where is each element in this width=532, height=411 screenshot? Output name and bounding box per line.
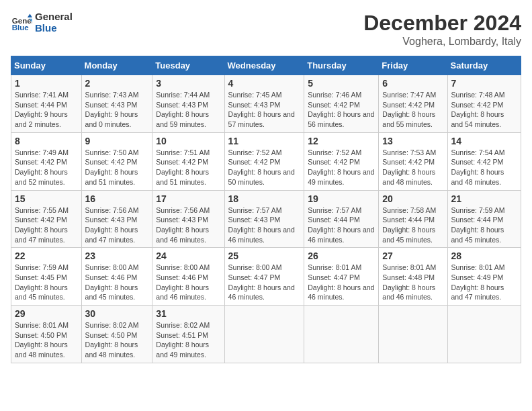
day-info: Sunrise: 7:58 AM Sunset: 4:44 PM Dayligh… xyxy=(382,205,443,245)
table-row xyxy=(379,306,447,363)
table-row: 31 Sunrise: 8:02 AM Sunset: 4:51 PM Dayl… xyxy=(152,306,224,363)
day-info: Sunrise: 8:00 AM Sunset: 4:46 PM Dayligh… xyxy=(85,263,149,302)
table-row: 10 Sunrise: 7:51 AM Sunset: 4:42 PM Dayl… xyxy=(152,132,224,190)
day-info: Sunrise: 7:57 AM Sunset: 4:43 PM Dayligh… xyxy=(228,205,301,245)
calendar-title: December 2024 xyxy=(363,11,521,36)
logo: General Blue General Blue xyxy=(11,11,73,34)
day-header-wednesday: Wednesday xyxy=(224,56,304,75)
calendar-week-row: 22 Sunrise: 7:59 AM Sunset: 4:45 PM Dayl… xyxy=(11,248,521,306)
table-row: 25 Sunrise: 8:00 AM Sunset: 4:47 PM Dayl… xyxy=(224,248,304,306)
day-number: 31 xyxy=(156,308,220,319)
day-number: 28 xyxy=(451,250,517,261)
day-number: 3 xyxy=(156,78,220,89)
day-info: Sunrise: 7:49 AM Sunset: 4:42 PM Dayligh… xyxy=(15,148,78,187)
table-row: 3 Sunrise: 7:44 AM Sunset: 4:43 PM Dayli… xyxy=(152,75,224,133)
day-number: 15 xyxy=(15,193,78,204)
day-number: 29 xyxy=(15,308,78,319)
day-info: Sunrise: 7:56 AM Sunset: 4:43 PM Dayligh… xyxy=(156,205,220,245)
day-number: 8 xyxy=(15,136,78,146)
day-number: 12 xyxy=(308,136,375,146)
day-info: Sunrise: 8:01 AM Sunset: 4:50 PM Dayligh… xyxy=(15,320,78,360)
calendar-week-row: 29 Sunrise: 8:01 AM Sunset: 4:50 PM Dayl… xyxy=(11,306,521,363)
day-info: Sunrise: 8:01 AM Sunset: 4:48 PM Dayligh… xyxy=(382,263,443,302)
calendar-table: SundayMondayTuesdayWednesdayThursdayFrid… xyxy=(11,56,521,363)
table-row: 22 Sunrise: 7:59 AM Sunset: 4:45 PM Dayl… xyxy=(11,248,82,306)
table-row xyxy=(447,306,521,363)
day-number: 9 xyxy=(85,136,149,146)
day-number: 24 xyxy=(156,250,220,261)
table-row: 12 Sunrise: 7:52 AM Sunset: 4:42 PM Dayl… xyxy=(304,132,379,190)
table-row: 21 Sunrise: 7:59 AM Sunset: 4:44 PM Dayl… xyxy=(447,190,521,248)
table-row xyxy=(304,306,379,363)
day-info: Sunrise: 7:47 AM Sunset: 4:42 PM Dayligh… xyxy=(382,90,443,130)
day-number: 4 xyxy=(228,78,301,89)
day-number: 23 xyxy=(85,250,149,261)
day-info: Sunrise: 7:53 AM Sunset: 4:42 PM Dayligh… xyxy=(382,148,443,187)
day-header-sunday: Sunday xyxy=(11,56,82,75)
day-info: Sunrise: 7:45 AM Sunset: 4:43 PM Dayligh… xyxy=(228,90,301,130)
logo-icon: General Blue xyxy=(11,11,32,33)
table-row: 24 Sunrise: 8:00 AM Sunset: 4:46 PM Dayl… xyxy=(152,248,224,306)
table-row: 5 Sunrise: 7:46 AM Sunset: 4:42 PM Dayli… xyxy=(304,75,379,133)
day-info: Sunrise: 8:00 AM Sunset: 4:47 PM Dayligh… xyxy=(228,263,301,302)
day-info: Sunrise: 7:50 AM Sunset: 4:42 PM Dayligh… xyxy=(85,148,149,187)
day-info: Sunrise: 7:44 AM Sunset: 4:43 PM Dayligh… xyxy=(156,90,220,130)
day-number: 1 xyxy=(15,78,78,89)
table-row: 6 Sunrise: 7:47 AM Sunset: 4:42 PM Dayli… xyxy=(379,75,447,133)
day-info: Sunrise: 7:43 AM Sunset: 4:43 PM Dayligh… xyxy=(85,90,149,130)
day-number: 2 xyxy=(85,78,149,89)
table-row: 15 Sunrise: 7:55 AM Sunset: 4:42 PM Dayl… xyxy=(11,190,82,248)
day-number: 16 xyxy=(85,193,149,204)
day-header-monday: Monday xyxy=(81,56,152,75)
logo-general: General xyxy=(35,11,73,22)
day-number: 21 xyxy=(451,193,517,204)
day-info: Sunrise: 8:01 AM Sunset: 4:47 PM Dayligh… xyxy=(308,263,375,302)
day-header-tuesday: Tuesday xyxy=(152,56,224,75)
table-row: 28 Sunrise: 8:01 AM Sunset: 4:49 PM Dayl… xyxy=(447,248,521,306)
day-header-friday: Friday xyxy=(379,56,447,75)
day-info: Sunrise: 7:46 AM Sunset: 4:42 PM Dayligh… xyxy=(308,90,375,130)
day-number: 6 xyxy=(382,78,443,89)
calendar-week-row: 1 Sunrise: 7:41 AM Sunset: 4:44 PM Dayli… xyxy=(11,75,521,133)
day-info: Sunrise: 8:01 AM Sunset: 4:49 PM Dayligh… xyxy=(451,263,517,302)
table-row: 9 Sunrise: 7:50 AM Sunset: 4:42 PM Dayli… xyxy=(81,132,152,190)
table-row: 27 Sunrise: 8:01 AM Sunset: 4:48 PM Dayl… xyxy=(379,248,447,306)
table-row: 16 Sunrise: 7:56 AM Sunset: 4:43 PM Dayl… xyxy=(81,190,152,248)
table-row: 26 Sunrise: 8:01 AM Sunset: 4:47 PM Dayl… xyxy=(304,248,379,306)
day-info: Sunrise: 7:51 AM Sunset: 4:42 PM Dayligh… xyxy=(156,148,220,187)
day-number: 7 xyxy=(451,78,517,89)
title-block: December 2024 Voghera, Lombardy, Italy xyxy=(363,11,521,48)
table-row xyxy=(224,306,304,363)
table-row: 13 Sunrise: 7:53 AM Sunset: 4:42 PM Dayl… xyxy=(379,132,447,190)
svg-marker-2 xyxy=(28,14,32,17)
day-number: 14 xyxy=(451,136,517,146)
day-info: Sunrise: 7:59 AM Sunset: 4:45 PM Dayligh… xyxy=(15,263,78,302)
day-info: Sunrise: 8:02 AM Sunset: 4:50 PM Dayligh… xyxy=(85,320,149,360)
calendar-subtitle: Voghera, Lombardy, Italy xyxy=(363,36,521,48)
day-info: Sunrise: 7:41 AM Sunset: 4:44 PM Dayligh… xyxy=(15,90,78,130)
calendar-header-row: SundayMondayTuesdayWednesdayThursdayFrid… xyxy=(11,56,521,75)
table-row: 23 Sunrise: 8:00 AM Sunset: 4:46 PM Dayl… xyxy=(81,248,152,306)
day-number: 30 xyxy=(85,308,149,319)
svg-text:Blue: Blue xyxy=(12,24,30,32)
table-row: 7 Sunrise: 7:48 AM Sunset: 4:42 PM Dayli… xyxy=(447,75,521,133)
table-row: 29 Sunrise: 8:01 AM Sunset: 4:50 PM Dayl… xyxy=(11,306,82,363)
table-row: 18 Sunrise: 7:57 AM Sunset: 4:43 PM Dayl… xyxy=(224,190,304,248)
day-info: Sunrise: 7:52 AM Sunset: 4:42 PM Dayligh… xyxy=(308,148,375,187)
table-row: 17 Sunrise: 7:56 AM Sunset: 4:43 PM Dayl… xyxy=(152,190,224,248)
day-number: 11 xyxy=(228,136,301,146)
day-number: 18 xyxy=(228,193,301,204)
logo-blue: Blue xyxy=(35,22,73,34)
day-number: 17 xyxy=(156,193,220,204)
day-header-saturday: Saturday xyxy=(447,56,521,75)
day-info: Sunrise: 7:57 AM Sunset: 4:44 PM Dayligh… xyxy=(308,205,375,245)
table-row: 20 Sunrise: 7:58 AM Sunset: 4:44 PM Dayl… xyxy=(379,190,447,248)
day-number: 27 xyxy=(382,250,443,261)
day-info: Sunrise: 7:52 AM Sunset: 4:42 PM Dayligh… xyxy=(228,148,301,187)
day-number: 22 xyxy=(15,250,78,261)
table-row: 1 Sunrise: 7:41 AM Sunset: 4:44 PM Dayli… xyxy=(11,75,82,133)
day-info: Sunrise: 8:02 AM Sunset: 4:51 PM Dayligh… xyxy=(156,320,220,360)
table-row: 8 Sunrise: 7:49 AM Sunset: 4:42 PM Dayli… xyxy=(11,132,82,190)
calendar-week-row: 15 Sunrise: 7:55 AM Sunset: 4:42 PM Dayl… xyxy=(11,190,521,248)
day-info: Sunrise: 7:56 AM Sunset: 4:43 PM Dayligh… xyxy=(85,205,149,245)
